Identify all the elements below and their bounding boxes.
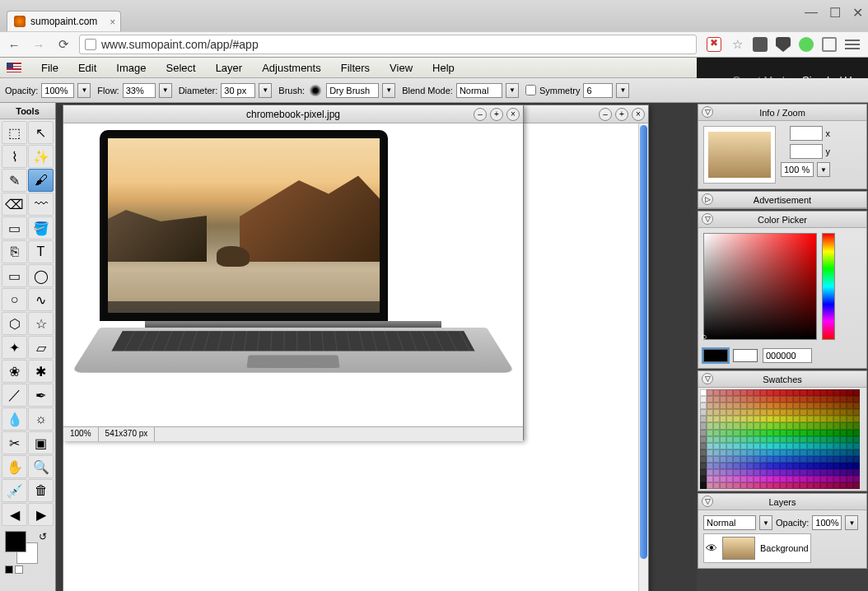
swatch[interactable] <box>747 430 754 436</box>
layer-opacity-dd[interactable]: ▼ <box>845 515 858 530</box>
swatch[interactable] <box>767 463 773 469</box>
swatch[interactable] <box>760 430 767 436</box>
swatch[interactable] <box>707 476 713 482</box>
swatch[interactable] <box>786 482 793 489</box>
swatch[interactable] <box>713 436 720 443</box>
zoom-dd[interactable]: ▼ <box>817 162 830 177</box>
swatch[interactable] <box>853 476 860 482</box>
swatch[interactable] <box>773 482 780 489</box>
swatch[interactable] <box>833 396 840 403</box>
swatch[interactable] <box>800 469 806 476</box>
swatch[interactable] <box>833 389 840 396</box>
swatch[interactable] <box>814 409 820 416</box>
swatch[interactable] <box>833 416 840 422</box>
swatch[interactable] <box>853 416 860 422</box>
tool-eraser[interactable]: ⌫ <box>2 193 27 216</box>
swatch[interactable] <box>720 396 726 403</box>
swatch[interactable] <box>780 469 786 476</box>
collapse-icon[interactable]: ▽ <box>702 496 713 507</box>
swatch[interactable] <box>814 476 820 482</box>
swatch[interactable] <box>754 430 760 436</box>
swatch[interactable] <box>847 456 853 463</box>
foreground-color[interactable] <box>5 531 26 552</box>
swatch[interactable] <box>767 403 773 409</box>
collapse-icon[interactable]: ▽ <box>702 373 713 384</box>
navigator-thumb[interactable] <box>703 126 776 184</box>
swatch[interactable] <box>786 469 793 476</box>
swatch[interactable] <box>773 416 780 422</box>
swatch[interactable] <box>793 396 800 403</box>
swatch[interactable] <box>827 409 833 416</box>
document-window-1[interactable]: chromebook-pixel.jpg – + × <box>63 105 524 440</box>
swatch[interactable] <box>840 476 847 482</box>
swatch[interactable] <box>760 476 767 482</box>
swatch[interactable] <box>700 396 707 403</box>
swatch[interactable] <box>773 422 780 429</box>
swatch[interactable] <box>847 482 853 489</box>
reload-button[interactable]: ⟳ <box>54 35 72 54</box>
swatch[interactable] <box>793 430 800 436</box>
swatch[interactable] <box>707 449 713 456</box>
doc1-titlebar[interactable]: chromebook-pixel.jpg – + × <box>63 105 523 123</box>
swatch[interactable] <box>767 396 773 403</box>
swatch[interactable] <box>827 443 833 449</box>
tool-zoom[interactable]: 🔍 <box>28 455 54 478</box>
swatch[interactable] <box>707 436 713 443</box>
swatch[interactable] <box>814 396 820 403</box>
swatch[interactable] <box>733 443 740 449</box>
doc2-vscroll[interactable] <box>638 123 648 591</box>
swatch[interactable] <box>853 463 860 469</box>
swatch[interactable] <box>733 449 740 456</box>
swatch[interactable] <box>847 436 853 443</box>
tool-dodge[interactable]: ☼ <box>28 407 54 430</box>
cast-icon[interactable] <box>822 37 837 52</box>
swatch[interactable] <box>773 409 780 416</box>
swatch[interactable] <box>713 443 720 449</box>
tool-clone[interactable]: ⎘ <box>2 240 27 263</box>
swatch[interactable] <box>807 409 814 416</box>
swatch[interactable] <box>740 422 747 429</box>
swatch[interactable] <box>747 456 754 463</box>
swatch[interactable] <box>807 476 814 482</box>
tool-polygon[interactable]: ⬡ <box>2 312 27 335</box>
hex-input[interactable] <box>763 348 812 363</box>
blend-select[interactable]: Normal <box>456 83 502 98</box>
swatch[interactable] <box>700 430 707 436</box>
swatch[interactable] <box>713 476 720 482</box>
swatch[interactable] <box>840 396 847 403</box>
tool-crop[interactable]: ✂ <box>2 431 27 454</box>
tool-pencil[interactable]: ✎ <box>2 169 27 192</box>
swatch[interactable] <box>827 463 833 469</box>
doc2-maximize[interactable]: + <box>615 108 628 121</box>
swatch[interactable] <box>754 482 760 489</box>
swatch[interactable] <box>793 456 800 463</box>
swatch[interactable] <box>707 396 713 403</box>
swatch[interactable] <box>700 436 707 443</box>
swatch[interactable] <box>800 409 806 416</box>
swatch[interactable] <box>754 409 760 416</box>
swatch[interactable] <box>820 456 827 463</box>
swatch[interactable] <box>840 449 847 456</box>
swatch[interactable] <box>820 436 827 443</box>
swatch[interactable] <box>760 416 767 422</box>
swatch[interactable] <box>853 469 860 476</box>
tool-hand[interactable]: ✋ <box>2 455 27 478</box>
swatch[interactable] <box>707 430 713 436</box>
swatch[interactable] <box>767 409 773 416</box>
swatch[interactable] <box>767 443 773 449</box>
swatch[interactable] <box>833 456 840 463</box>
swatch[interactable] <box>786 463 793 469</box>
swatch[interactable] <box>780 403 786 409</box>
swatch[interactable] <box>814 443 820 449</box>
swatch[interactable] <box>853 389 860 396</box>
swatch[interactable] <box>793 469 800 476</box>
swatch[interactable] <box>740 463 747 469</box>
doc1-canvas[interactable] <box>63 123 523 426</box>
tool-transform[interactable]: ▣ <box>28 431 54 454</box>
mini-white[interactable] <box>15 565 23 574</box>
swatch[interactable] <box>707 443 713 449</box>
swatch[interactable] <box>833 443 840 449</box>
swatch[interactable] <box>780 456 786 463</box>
swatch[interactable] <box>726 422 733 429</box>
swatch[interactable] <box>700 422 707 429</box>
